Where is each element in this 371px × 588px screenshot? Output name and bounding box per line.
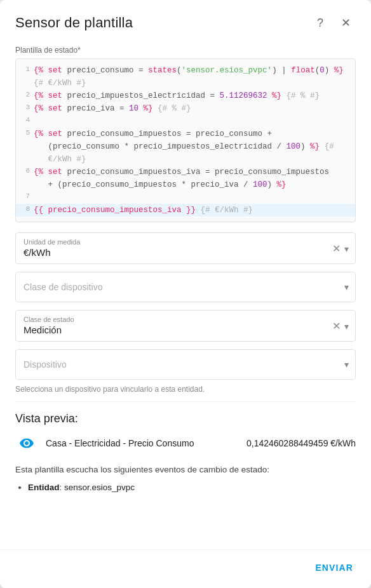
preview-entity-name: Casa - Electricidad - Precio Consumo [46,438,239,448]
line-num-2: 2 [16,90,34,101]
line-content-4 [34,115,355,128]
unit-field-label: Unidad de medida [24,238,347,246]
line-num-6: 6 [16,166,34,177]
code-line-5: 5 {% set precio_consumo_impuestos = prec… [16,128,355,166]
code-line-2: 2 {% set precio_impuestos_electricidad =… [16,90,355,102]
unit-field-actions: ✕ ▾ [331,241,349,256]
line-num-1: 1 [16,64,34,76]
device-class-placeholder: Clase de dispositivo [24,282,103,292]
unit-dropdown-icon[interactable]: ▾ [344,243,349,253]
sensor-template-dialog: Sensor de plantilla ? ✕ Plantilla de est… [0,0,371,588]
state-class-clear-icon[interactable]: ✕ [331,319,342,333]
unit-field-value: €/kWh [24,247,51,258]
device-hint: Selecciona un dispositivo para vincularl… [15,385,356,394]
template-field-label: Plantilla de estado* [15,46,356,55]
state-class-actions: ✕ ▾ [331,319,349,333]
entity-colon: : [60,483,65,492]
line-num-7: 7 [16,191,34,203]
preview-section-title: Vista previa: [15,412,356,425]
code-editor[interactable]: 1 {% set precio_consumo = states('sensor… [15,58,356,222]
template-info-text: Esta plantilla escucha los siguientes ev… [15,464,356,476]
code-line-8: 8 {{ precio_consumo_impuestos_iva }} {# … [16,204,355,217]
state-class-dropdown-icon[interactable]: ▾ [344,321,349,331]
entity-label: Entidad [28,483,60,492]
dialog-body: Plantilla de estado* 1 {% set precio_con… [0,43,371,549]
dialog-title: Sensor de plantilla [15,15,133,31]
preview-entity-value: 0,142460288449459 €/kWh [246,438,356,448]
line-num-5: 5 [16,128,34,139]
line-content-3: {% set precio_iva = 10 %} {# % #} [34,102,355,115]
eye-icon [15,432,38,455]
device-class-actions: ▾ [344,282,349,292]
unit-field[interactable]: Unidad de medida €/kWh ✕ ▾ [15,232,356,264]
device-class-dropdown-icon[interactable]: ▾ [344,282,349,292]
list-item: Entidad: sensor.esios_pvpc [28,483,356,492]
code-line-1: 1 {% set precio_consumo = states('sensor… [16,64,355,90]
entity-list: Entidad: sensor.esios_pvpc [28,483,356,495]
line-content-8: {{ precio_consumo_impuestos_iva }} {# €/… [34,204,355,217]
unit-clear-icon[interactable]: ✕ [331,241,342,256]
code-line-4: 4 [16,115,355,128]
device-actions: ▾ [344,359,349,370]
close-icon: ✕ [341,16,351,30]
line-content-1: {% set precio_consumo = states('sensor.e… [34,64,355,90]
line-content-6: {% set precio_consumo_impuestos_iva = pr… [34,166,355,191]
state-class-value: Medición [24,324,62,335]
state-class-label: Clase de estado [24,316,347,323]
line-content-2: {% set precio_impuestos_electricidad = 5… [34,90,355,102]
line-num-8: 8 [16,204,34,215]
preview-row: Casa - Electricidad - Precio Consumo 0,1… [15,432,356,455]
device-placeholder: Dispositivo [24,359,67,370]
help-icon: ? [317,17,323,30]
device-class-field[interactable]: Clase de dispositivo ▾ [15,272,356,302]
line-content-5: {% set precio_consumo_impuestos = precio… [34,128,355,166]
code-line-6: 6 {% set precio_consumo_impuestos_iva = … [16,166,355,191]
line-content-7 [34,191,355,204]
header-icons: ? ✕ [310,13,356,33]
line-num-3: 3 [16,102,34,114]
help-button[interactable]: ? [310,13,330,33]
entity-value: sensor.esios_pvpc [64,483,135,492]
section-divider [15,401,356,402]
code-line-3: 3 {% set precio_iva = 10 %} {# % #} [16,102,355,115]
state-class-field[interactable]: Clase de estado Medición ✕ ▾ [15,310,356,342]
send-button[interactable]: ENVIAR [313,558,356,578]
close-button[interactable]: ✕ [335,13,356,33]
dialog-footer: ENVIAR [0,549,371,588]
code-line-7: 7 [16,191,355,204]
dialog-header: Sensor de plantilla ? ✕ [0,0,371,43]
device-field[interactable]: Dispositivo ▾ [15,349,356,380]
device-dropdown-icon[interactable]: ▾ [344,359,349,370]
line-num-4: 4 [16,115,34,126]
